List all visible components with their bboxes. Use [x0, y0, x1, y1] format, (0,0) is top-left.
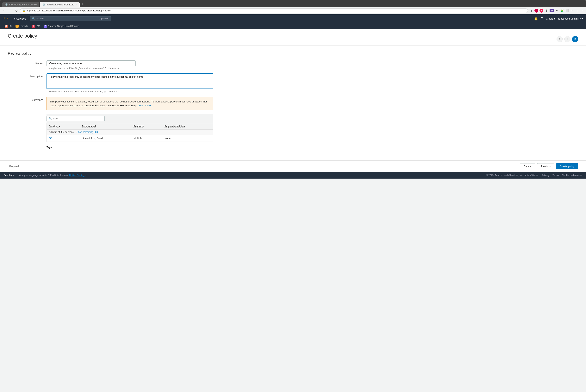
bookmark-iam[interactable]: I IAM [30, 24, 42, 28]
bookmark-iam-label: IAM [36, 25, 40, 28]
allow-header-cell: Allow (1 of 364 services) Show remaining… [47, 130, 213, 135]
bookmark-ses[interactable]: A Amazon Simple Email Service [42, 24, 81, 28]
more-icon[interactable]: › [580, 9, 584, 12]
access-level-cell: Limited: List, Read [80, 135, 131, 142]
allow-header-row: Allow (1 of 364 services) Show remaining… [47, 130, 213, 135]
request-condition-cell: None [162, 135, 213, 142]
tab-icon-2: 🛡️ [43, 3, 45, 6]
reload-button[interactable]: ↻ [14, 8, 19, 13]
column-service[interactable]: Service ▼ [47, 123, 80, 130]
step-indicators: 1 2 3 [556, 33, 578, 45]
page-title: Create policy [8, 33, 37, 42]
bookmarks-bar: S3 S3 λ Lambda I IAM A Amazon Simple Ema… [0, 23, 586, 29]
close-tab-icon[interactable]: ✕ [75, 4, 77, 6]
bookmark-s3[interactable]: S3 S3 [3, 24, 13, 28]
search-input[interactable] [36, 17, 98, 20]
allow-label: Allow (1 of 364 services) [49, 131, 75, 134]
tags-row: Tags [47, 144, 213, 151]
description-textarea[interactable]: Policy enabling a read-only access to my… [47, 74, 213, 89]
search-icon: 🔍 [32, 17, 35, 20]
filter-input[interactable] [53, 117, 92, 120]
bookmark-lambda[interactable]: λ Lambda [14, 24, 30, 28]
puzzle-icon[interactable]: 🧩 [560, 9, 564, 12]
extension-icon-4[interactable]: 20 [549, 9, 554, 12]
external-link-icon: ↗ [86, 174, 88, 176]
extension-icon-1[interactable]: R [534, 9, 538, 12]
cookie-link[interactable]: Cookie preferences [562, 174, 582, 177]
help-icon[interactable]: ? [541, 17, 543, 20]
name-input[interactable] [47, 60, 136, 66]
bottom-links: © 2023, Amazon Web Services, Inc. or its… [486, 174, 582, 177]
url-input[interactable] [27, 9, 525, 12]
learn-more-link[interactable]: Learn more [138, 104, 151, 107]
name-row: Name* Use alphanumeric and '+=,.@-_' cha… [8, 60, 578, 70]
tags-label: Tags [47, 146, 52, 149]
iam-badge-icon: I [32, 24, 35, 28]
browser-tab-active[interactable]: 🛡️ IAM Management Console ✕ [40, 2, 80, 7]
services-menu-button[interactable]: ⊞ Services [12, 16, 28, 21]
privacy-link[interactable]: Privacy [542, 174, 549, 177]
split-view-icon[interactable]: ⬜ [565, 9, 569, 12]
summary-label: Summary [8, 97, 47, 151]
back-button[interactable]: ← [2, 8, 7, 13]
description-label: Description [8, 74, 47, 93]
bell-icon[interactable]: 🔔 [534, 17, 538, 20]
toolbar-icons: ⬆ R ▲ ℹ 20 ▼ 🧩 ⬜ ⬇ ⋮ › [529, 9, 584, 12]
forward-button[interactable]: → [8, 8, 13, 13]
unified-settings-link[interactable]: Unified Settings [69, 174, 86, 177]
name-hint: Use alphanumeric and '+=,.@-_' character… [47, 67, 213, 70]
menu-icon[interactable]: ⋮ [575, 9, 579, 12]
step-2: 2 [564, 36, 570, 42]
description-row: Description Policy enabling a read-only … [8, 74, 578, 93]
step-1: 1 [556, 36, 563, 42]
address-bar[interactable]: 🔒 [20, 8, 528, 13]
account-chevron-icon: ▾ [581, 17, 583, 20]
region-chevron-icon: ▾ [554, 17, 555, 20]
bottom-bar: Feedback Looking for language selection?… [0, 172, 586, 178]
browser-tab-inactive[interactable]: 🛡️ IAM Management Console [2, 2, 39, 7]
aws-logo [3, 16, 9, 21]
filter-input-wrap[interactable]: 🔍 [47, 116, 105, 121]
required-label: * Required [8, 165, 19, 168]
filter-bar: 🔍 [47, 114, 213, 123]
resource-cell: Multiple [131, 135, 162, 142]
column-resource: Resource [131, 123, 162, 130]
nav-right: 🔔 ? Global ▾ arcsecond-admin @ ▾ [534, 17, 583, 20]
filter-search-icon: 🔍 [49, 117, 52, 120]
table-row: S3 Limited: List, Read Multiple None [47, 135, 213, 142]
description-field: Policy enabling a read-only access to my… [47, 74, 213, 93]
summary-row: Summary This policy defines some actions… [8, 97, 578, 151]
services-label: Services [16, 17, 26, 20]
new-tab-button[interactable]: + [80, 2, 85, 7]
previous-button[interactable]: Previous [537, 163, 554, 169]
sort-icon-service: ▼ [59, 125, 61, 128]
description-hint: Maximum 1000 characters. Use alphanumeri… [47, 90, 213, 93]
search-bar[interactable]: 🔍 [Option+S] [30, 16, 111, 21]
extension-icon-3[interactable]: ℹ [544, 9, 548, 12]
feedback-link[interactable]: Feedback [4, 174, 14, 177]
share-icon[interactable]: ⬆ [529, 9, 533, 12]
extension-icon-5[interactable]: ▼ [555, 9, 559, 12]
create-policy-button[interactable]: Create policy [556, 163, 578, 169]
bookmark-ses-label: Amazon Simple Email Service [48, 25, 79, 28]
tab-icon-1: 🛡️ [5, 3, 8, 6]
downloads-icon[interactable]: ⬇ [570, 9, 574, 12]
form-content: Review policy Name* Use alphanumeric and… [0, 46, 586, 160]
bottom-left: Feedback Looking for language selection?… [4, 174, 88, 177]
bookmark-s3-label: S3 [9, 25, 12, 28]
aws-nav: ⊞ Services 🔍 [Option+S] 🔔 ? Global ▾ arc… [0, 14, 586, 23]
account-menu[interactable]: arcsecond-admin @ ▾ [558, 17, 583, 20]
s3-badge-icon: S3 [5, 24, 8, 28]
lock-icon: 🔒 [23, 9, 25, 12]
service-link[interactable]: S3 [49, 137, 52, 140]
extension-icon-2[interactable]: ▲ [539, 9, 543, 12]
show-remaining-link[interactable]: Show remaining 363 [77, 131, 98, 134]
region-selector[interactable]: Global ▾ [546, 17, 555, 20]
account-label: arcsecond-admin @ [558, 17, 581, 20]
lambda-badge-icon: λ [16, 24, 19, 28]
service-cell: S3 [47, 135, 80, 142]
terms-link[interactable]: Terms [552, 174, 559, 177]
main-content: Create policy 1 2 3 Review policy Name* … [0, 29, 586, 172]
cancel-button[interactable]: Cancel [520, 163, 535, 169]
tab-label-1: IAM Management Console [9, 3, 37, 6]
